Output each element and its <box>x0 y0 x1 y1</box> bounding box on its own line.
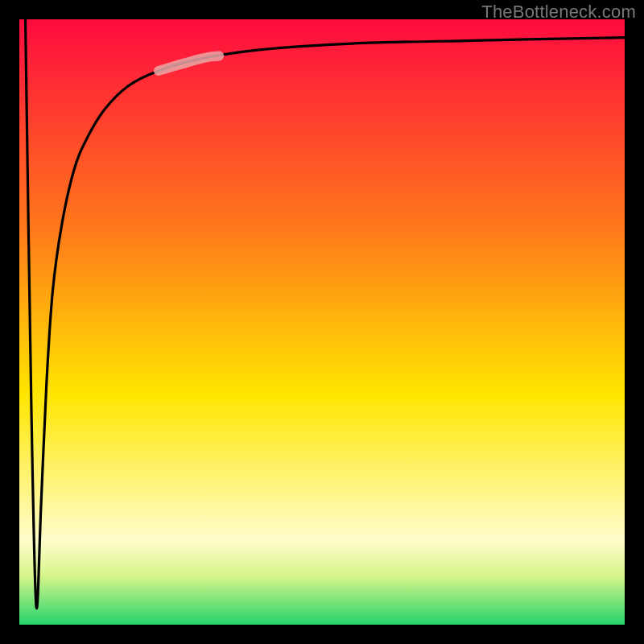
plot-area-gradient <box>19 19 625 625</box>
chart-frame: TheBottleneck.com <box>0 0 644 644</box>
bottleneck-chart <box>0 0 644 644</box>
